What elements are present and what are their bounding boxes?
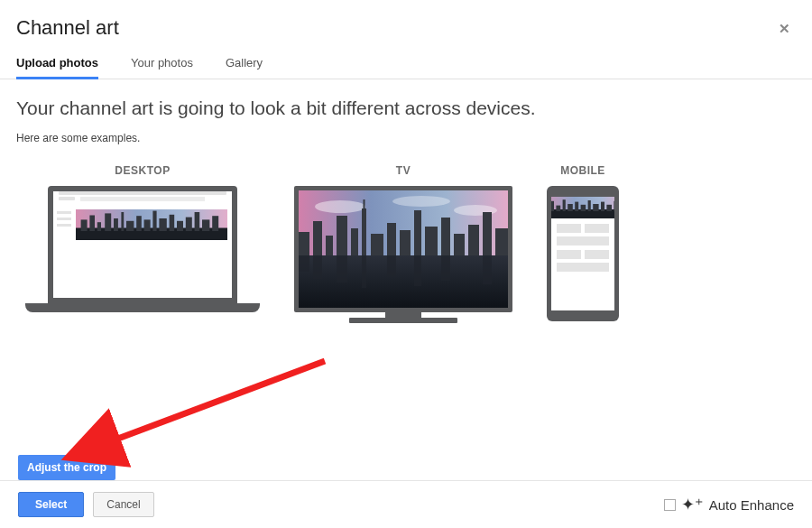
svg-rect-26	[326, 236, 333, 255]
mobile-content-placeholder	[557, 224, 609, 272]
svg-rect-33	[400, 230, 411, 255]
content-area: Your channel art is going to look a bit …	[0, 79, 812, 323]
device-label-tv: TV	[294, 164, 512, 177]
svg-rect-56	[575, 202, 578, 211]
adjust-crop-wrap: Adjust the crop	[9, 440, 115, 480]
content-heading: Your channel art is going to look a bit …	[16, 97, 796, 119]
svg-rect-6	[114, 218, 118, 231]
tv-screen-preview	[299, 190, 508, 308]
svg-rect-16	[195, 212, 200, 231]
svg-rect-36	[441, 218, 450, 255]
svg-rect-28	[351, 228, 358, 255]
svg-rect-9	[136, 216, 142, 231]
dialog-header: Channel art ✕	[0, 0, 812, 49]
svg-rect-53	[556, 206, 560, 211]
svg-rect-44	[362, 255, 366, 288]
tv-stand-base	[349, 318, 457, 323]
device-label-desktop: DESKTOP	[25, 164, 260, 177]
svg-rect-29	[362, 208, 366, 255]
svg-rect-8	[126, 221, 134, 231]
svg-rect-18	[212, 216, 218, 231]
close-icon[interactable]: ✕	[773, 20, 796, 37]
svg-rect-55	[567, 204, 573, 211]
tab-your-photos[interactable]: Your photos	[131, 49, 193, 79]
svg-rect-46	[414, 255, 421, 286]
tab-gallery[interactable]: Gallery	[226, 49, 263, 79]
svg-rect-42	[313, 255, 322, 279]
device-mobile: MOBILE	[547, 164, 619, 321]
mobile-banner-preview	[551, 197, 614, 218]
laptop-frame	[48, 186, 237, 303]
auto-enhance-label: Auto Enhance	[709, 497, 794, 513]
svg-rect-62	[614, 201, 614, 211]
tab-label: Your photos	[131, 56, 193, 69]
svg-rect-2	[81, 219, 88, 231]
svg-rect-34	[414, 210, 421, 255]
svg-rect-57	[581, 205, 586, 211]
svg-rect-39	[483, 212, 492, 255]
svg-rect-54	[563, 199, 566, 211]
svg-rect-11	[152, 211, 156, 231]
svg-rect-3	[89, 216, 95, 232]
footer-buttons: Select Cancel	[18, 492, 154, 517]
svg-rect-13	[170, 215, 175, 231]
dialog-title: Channel art	[16, 16, 119, 40]
svg-rect-32	[387, 223, 396, 255]
svg-rect-61	[606, 205, 612, 211]
svg-rect-60	[601, 202, 604, 211]
adjust-crop-button[interactable]: Adjust the crop	[18, 455, 115, 480]
dialog-footer: Select Cancel ✦⁺ Auto Enhance	[0, 480, 812, 528]
tabs-bar: Upload photos Your photos Gallery	[0, 49, 812, 79]
laptop-screen	[53, 191, 232, 298]
svg-rect-30	[364, 199, 365, 208]
select-label: Select	[35, 498, 67, 511]
laptop-base	[25, 303, 260, 312]
channel-art-dialog: Channel art ✕ Upload photos Your photos …	[0, 0, 812, 528]
svg-rect-7	[121, 212, 124, 231]
device-label-mobile: MOBILE	[547, 164, 619, 177]
svg-rect-58	[588, 200, 591, 211]
device-tv: TV	[294, 164, 512, 323]
svg-rect-52	[551, 201, 554, 211]
svg-rect-35	[425, 227, 438, 255]
laptop-banner-preview	[76, 209, 227, 240]
device-desktop: DESKTOP	[25, 164, 260, 312]
svg-rect-38	[468, 225, 479, 255]
svg-rect-10	[144, 219, 151, 231]
svg-rect-45	[387, 255, 396, 277]
svg-rect-12	[159, 218, 166, 231]
svg-rect-14	[177, 221, 183, 231]
auto-enhance-checkbox[interactable]	[664, 499, 676, 511]
mobile-screen	[551, 197, 614, 310]
svg-rect-20	[299, 255, 508, 308]
svg-rect-5	[105, 213, 111, 231]
svg-rect-41	[299, 255, 309, 272]
tab-label: Gallery	[226, 56, 263, 69]
svg-rect-4	[97, 222, 101, 231]
tab-label: Upload photos	[16, 56, 98, 69]
cancel-button[interactable]: Cancel	[93, 492, 153, 517]
svg-rect-15	[186, 218, 192, 231]
svg-rect-59	[593, 204, 598, 211]
svg-rect-47	[441, 255, 450, 281]
svg-rect-48	[483, 255, 492, 284]
tv-frame	[294, 186, 512, 312]
svg-rect-17	[202, 219, 209, 231]
svg-rect-31	[371, 234, 383, 255]
svg-point-22	[392, 196, 450, 207]
magic-wand-icon: ✦⁺	[681, 496, 704, 513]
svg-rect-27	[337, 216, 347, 255]
svg-rect-37	[454, 234, 465, 255]
svg-rect-25	[313, 221, 322, 255]
content-subtext: Here are some examples.	[16, 132, 796, 144]
cancel-label: Cancel	[106, 498, 140, 511]
device-previews: DESKTOP	[16, 164, 796, 323]
select-button[interactable]: Select	[18, 492, 84, 517]
mobile-frame	[547, 186, 619, 321]
auto-enhance-group: ✦⁺ Auto Enhance	[664, 496, 794, 513]
tab-upload-photos[interactable]: Upload photos	[16, 49, 98, 79]
svg-rect-43	[337, 255, 347, 283]
svg-rect-40	[495, 228, 508, 255]
svg-line-64	[108, 361, 325, 442]
svg-point-21	[315, 200, 365, 213]
